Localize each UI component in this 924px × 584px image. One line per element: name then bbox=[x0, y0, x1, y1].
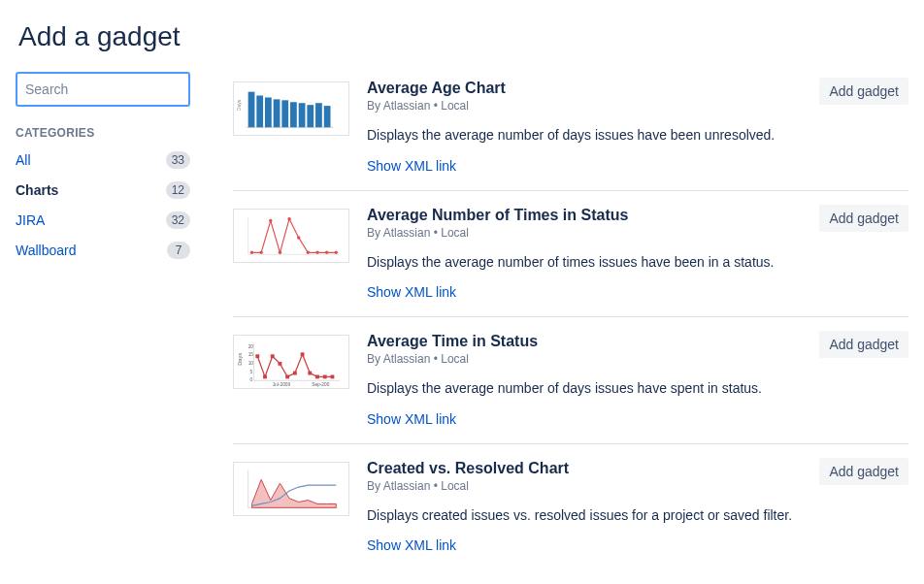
category-count: 7 bbox=[167, 242, 190, 259]
page-title: Add a gadget bbox=[18, 21, 908, 52]
svg-rect-40 bbox=[301, 353, 305, 357]
svg-rect-35 bbox=[263, 375, 267, 379]
gadget-description: Displays the average number of days issu… bbox=[367, 379, 908, 399]
svg-point-20 bbox=[307, 250, 310, 253]
svg-rect-6 bbox=[299, 103, 306, 127]
svg-point-18 bbox=[287, 217, 290, 220]
svg-point-22 bbox=[325, 250, 328, 253]
gadget-description: Displays the average number of times iss… bbox=[367, 253, 908, 273]
svg-point-23 bbox=[335, 250, 338, 253]
svg-rect-2 bbox=[265, 97, 272, 127]
svg-rect-44 bbox=[331, 375, 335, 379]
svg-rect-38 bbox=[285, 375, 289, 379]
svg-rect-36 bbox=[271, 354, 275, 358]
category-count: 32 bbox=[166, 211, 190, 229]
sidebar: CATEGORIES All 33 Charts 12 JIRA 32 Wall… bbox=[16, 72, 190, 577]
gadget-thumbnail bbox=[233, 209, 349, 263]
gadget-item: Days Average Age Chart By Atlassian • Lo… bbox=[233, 72, 908, 191]
show-xml-link[interactable]: Show XML link bbox=[367, 284, 456, 300]
svg-rect-9 bbox=[324, 106, 331, 127]
svg-text:15: 15 bbox=[248, 352, 254, 357]
svg-point-21 bbox=[315, 250, 318, 253]
gadget-item: 20 15 10 5 0 Days Jul-2009 Sep-200 bbox=[233, 325, 908, 444]
svg-rect-42 bbox=[315, 375, 319, 379]
category-item-charts[interactable]: Charts 12 bbox=[16, 181, 190, 199]
svg-point-14 bbox=[250, 250, 253, 253]
category-label: Wallboard bbox=[16, 243, 77, 258]
category-count: 12 bbox=[166, 181, 190, 199]
svg-rect-34 bbox=[255, 354, 259, 358]
svg-point-19 bbox=[297, 236, 300, 239]
add-gadget-button[interactable]: Add gadget bbox=[819, 331, 908, 358]
svg-point-15 bbox=[259, 250, 262, 253]
svg-rect-39 bbox=[293, 372, 297, 375]
svg-rect-43 bbox=[323, 375, 327, 379]
add-gadget-button[interactable]: Add gadget bbox=[819, 205, 908, 232]
search-input[interactable] bbox=[16, 72, 190, 107]
category-label: JIRA bbox=[16, 212, 45, 228]
category-count: 33 bbox=[166, 151, 190, 169]
gadget-description: Displays the average number of days issu… bbox=[367, 126, 908, 146]
svg-rect-37 bbox=[279, 362, 282, 366]
show-xml-link[interactable]: Show XML link bbox=[367, 158, 456, 174]
svg-rect-1 bbox=[256, 96, 263, 128]
category-item-all[interactable]: All 33 bbox=[16, 151, 190, 169]
gadget-thumbnail: 20 15 10 5 0 Days Jul-2009 Sep-200 bbox=[233, 335, 349, 389]
svg-text:Jul-2009: Jul-2009 bbox=[273, 382, 291, 387]
svg-text:10: 10 bbox=[248, 361, 254, 366]
svg-rect-7 bbox=[307, 105, 314, 127]
svg-text:Sep-200: Sep-200 bbox=[312, 382, 330, 387]
gadget-description: Displays created issues vs. resolved iss… bbox=[367, 506, 908, 526]
show-xml-link[interactable]: Show XML link bbox=[367, 411, 456, 427]
categories-header: CATEGORIES bbox=[16, 126, 190, 140]
add-gadget-button[interactable]: Add gadget bbox=[819, 458, 908, 485]
svg-point-17 bbox=[279, 250, 281, 253]
svg-point-16 bbox=[269, 218, 272, 221]
category-label: Charts bbox=[16, 182, 58, 198]
gadget-item: Created vs. Resolved Chart By Atlassian … bbox=[233, 452, 908, 570]
gadget-thumbnail: Days bbox=[233, 81, 349, 136]
svg-text:5: 5 bbox=[250, 370, 253, 374]
gadget-item: Average Number of Times in Status By Atl… bbox=[233, 199, 908, 318]
svg-text:20: 20 bbox=[248, 344, 254, 349]
gadget-thumbnail bbox=[233, 462, 349, 516]
svg-rect-41 bbox=[308, 372, 312, 375]
category-item-wallboard[interactable]: Wallboard 7 bbox=[16, 242, 190, 259]
show-xml-link[interactable]: Show XML link bbox=[367, 537, 456, 553]
gadget-list: Days Average Age Chart By Atlassian • Lo… bbox=[233, 72, 908, 577]
svg-rect-8 bbox=[315, 103, 322, 127]
svg-rect-0 bbox=[248, 92, 255, 128]
svg-rect-4 bbox=[281, 100, 288, 127]
add-gadget-button[interactable]: Add gadget bbox=[819, 78, 908, 105]
category-item-jira[interactable]: JIRA 32 bbox=[16, 211, 190, 229]
svg-text:0: 0 bbox=[250, 377, 253, 382]
svg-rect-3 bbox=[274, 99, 280, 127]
svg-rect-5 bbox=[290, 102, 297, 127]
svg-text:Days: Days bbox=[237, 99, 242, 111]
category-label: All bbox=[16, 152, 31, 168]
svg-text:Days: Days bbox=[237, 353, 243, 366]
